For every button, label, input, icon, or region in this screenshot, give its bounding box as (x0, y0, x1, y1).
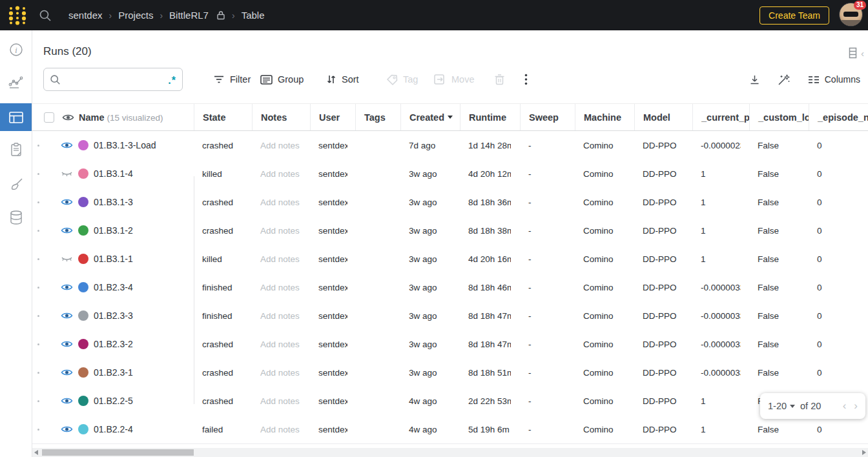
sidebar-item-logs[interactable] (0, 136, 32, 163)
run-name-link[interactable]: 01.B3.1-3-Load (94, 140, 156, 150)
delete-button[interactable] (494, 68, 505, 91)
run-notes-field[interactable]: Add notes (260, 396, 300, 406)
breadcrumb-page[interactable]: Table (242, 10, 265, 21)
sidebar-item-table[interactable] (0, 103, 32, 131)
header-created[interactable]: Created (400, 104, 460, 130)
drag-handle-dot[interactable] (37, 429, 39, 431)
sidebar-item-overview[interactable]: i (0, 36, 32, 63)
magic-wand-button[interactable] (778, 74, 790, 86)
run-notes-field[interactable]: Add notes (260, 368, 300, 378)
page-range-selector[interactable]: 1-20 (768, 401, 795, 411)
visibility-toggle[interactable] (61, 396, 74, 406)
visibility-toggle[interactable] (61, 140, 74, 150)
run-notes-field[interactable]: Add notes (260, 283, 300, 292)
run-name-link[interactable]: 01.B2.3-1 (94, 367, 133, 378)
run-notes-field[interactable]: Add notes (260, 254, 300, 264)
table-row[interactable]: 01.B3.1-3 crashed Add notes sentdex 3w a… (32, 188, 868, 216)
group-button[interactable]: Group (260, 68, 304, 91)
run-name-link[interactable]: 01.B3.1-4 (94, 168, 133, 179)
table-row[interactable]: 01.B2.2-4 failed Add notes sentdex 4w ag… (32, 415, 868, 443)
table-row[interactable]: 01.B2.3-3 finished Add notes sentdex 3w … (32, 301, 868, 330)
visibility-toggle[interactable] (61, 424, 74, 434)
visibility-toggle[interactable] (61, 282, 74, 292)
run-name-link[interactable]: 01.B3.1-1 (94, 254, 133, 264)
global-search-icon[interactable] (39, 9, 52, 22)
breadcrumb-entity[interactable]: sentdex (68, 10, 103, 21)
drag-handle-dot[interactable] (37, 230, 39, 232)
drag-handle-dot[interactable] (37, 145, 39, 147)
scrollbar-thumb[interactable] (42, 449, 194, 456)
visibility-toggle[interactable] (61, 197, 74, 207)
header-state[interactable]: State (194, 104, 252, 130)
header-notes[interactable]: Notes (252, 104, 310, 130)
wandb-logo[interactable] (5, 3, 30, 28)
visibility-toggle[interactable] (61, 367, 74, 378)
table-row[interactable]: 01.B2.3-4 finished Add notes sentdex 3w … (32, 273, 868, 301)
prev-page-button[interactable]: ‹ (843, 400, 847, 412)
header-custom-lo[interactable]: _custom_lo (749, 104, 809, 130)
header-sweep[interactable]: Sweep (520, 104, 575, 130)
table-row[interactable]: 01.B2.3-2 crashed Add notes sentdex 3w a… (32, 330, 868, 358)
filter-button[interactable]: Filter (213, 68, 251, 91)
drag-handle-dot[interactable] (37, 400, 39, 402)
sort-button[interactable]: Sort (326, 68, 359, 91)
drag-handle-dot[interactable] (37, 201, 39, 203)
user-avatar[interactable]: 31 (839, 3, 863, 27)
sidebar-item-sweeps[interactable] (0, 170, 32, 198)
visibility-toggle[interactable] (61, 254, 74, 264)
visibility-all-eye-icon[interactable] (62, 113, 74, 122)
run-notes-field[interactable]: Add notes (260, 425, 300, 434)
header-machine[interactable]: Machine (575, 104, 634, 130)
visibility-toggle[interactable] (61, 339, 74, 349)
run-name-link[interactable]: 01.B2.2-5 (94, 396, 133, 406)
horizontal-scrollbar[interactable] (32, 448, 868, 457)
header-model[interactable]: Model (634, 104, 692, 130)
header-current-pr[interactable]: _current_pr (692, 104, 749, 130)
breadcrumb-project[interactable]: BittleRL7 (169, 10, 209, 21)
visibility-toggle[interactable] (61, 168, 74, 179)
breadcrumb-projects[interactable]: Projects (118, 10, 153, 21)
run-name-link[interactable]: 01.B2.2-4 (94, 424, 133, 434)
drag-handle-dot[interactable] (37, 315, 39, 317)
scroll-right-arrow-icon[interactable] (862, 450, 866, 455)
tag-button[interactable]: Tag (386, 68, 418, 91)
drag-handle-dot[interactable] (37, 343, 39, 345)
collapse-panel-toggle[interactable]: ‹ (849, 47, 864, 59)
run-name-link[interactable]: 01.B3.1-2 (94, 225, 133, 236)
run-notes-field[interactable]: Add notes (260, 169, 300, 179)
drag-handle-dot[interactable] (37, 258, 39, 260)
export-button[interactable] (749, 74, 760, 85)
run-name-link[interactable]: 01.B3.1-3 (94, 197, 133, 207)
more-options-button[interactable] (524, 68, 528, 91)
drag-handle-dot[interactable] (37, 287, 39, 289)
drag-handle-dot[interactable] (37, 372, 39, 374)
sidebar-item-charts[interactable] (0, 68, 32, 96)
drag-handle-dot[interactable] (37, 173, 39, 175)
table-row[interactable]: 01.B2.2-5 crashed Add notes sentdex 4w a… (32, 387, 868, 415)
run-notes-field[interactable]: Add notes (260, 340, 300, 349)
header-user[interactable]: User (310, 104, 355, 130)
run-notes-field[interactable]: Add notes (260, 226, 300, 236)
name-header-label[interactable]: Name (79, 112, 105, 123)
next-page-button[interactable]: › (854, 400, 858, 412)
visibility-toggle[interactable] (61, 225, 74, 236)
move-button[interactable]: Move (434, 68, 474, 91)
run-notes-field[interactable]: Add notes (260, 198, 300, 207)
header-runtime[interactable]: Runtime (460, 104, 520, 130)
select-all-checkbox[interactable] (44, 112, 54, 123)
table-row[interactable]: 01.B3.1-4 killed Add notes sentdex 3w ag… (32, 159, 868, 188)
header-tags[interactable]: Tags (355, 104, 400, 130)
table-row[interactable]: 01.B3.1-2 crashed Add notes sentdex 3w a… (32, 216, 868, 245)
table-row[interactable]: 01.B3.1-1 killed Add notes sentdex 3w ag… (32, 245, 868, 273)
scroll-left-arrow-icon[interactable] (34, 450, 38, 455)
sidebar-item-artifacts[interactable] (0, 203, 32, 231)
table-row[interactable]: 01.B2.3-1 crashed Add notes sentdex 3w a… (32, 358, 868, 387)
create-team-button[interactable]: Create Team (760, 6, 829, 25)
table-row[interactable]: 01.B3.1-3-Load crashed Add notes sentdex… (32, 131, 868, 159)
run-notes-field[interactable]: Add notes (260, 311, 300, 321)
run-notes-field[interactable]: Add notes (260, 141, 300, 150)
run-name-link[interactable]: 01.B2.3-3 (94, 310, 133, 321)
run-name-link[interactable]: 01.B2.3-2 (94, 339, 133, 349)
header-episode-n[interactable]: _episode_n (809, 104, 868, 130)
run-name-link[interactable]: 01.B2.3-4 (94, 282, 133, 292)
